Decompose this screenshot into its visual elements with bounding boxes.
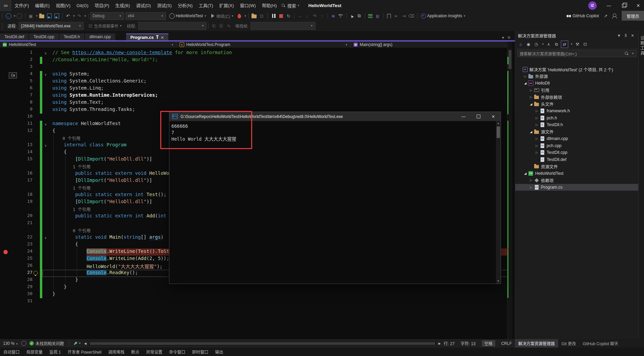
code-line[interactable]: 6using System.Linq; (0, 85, 512, 92)
step-out-button[interactable]: ↑ (319, 12, 326, 20)
close-icon[interactable]: ✕ (629, 33, 636, 38)
toolbar-drag-handle[interactable] (416, 13, 419, 19)
tool-window-tab[interactable]: 即时窗口 (189, 349, 212, 355)
chevron-down-icon[interactable]: ▼ (73, 15, 75, 18)
tree-item[interactable]: ◢头文件 (515, 101, 639, 108)
tree-item[interactable]: ◢++HelloDll (515, 80, 639, 87)
show-next-statement-button[interactable]: → (296, 12, 303, 20)
tool-window-tab[interactable]: 命令窗口 (166, 349, 189, 355)
lifecycle-events-button[interactable]: 生命周期事件 (94, 23, 118, 29)
document-tab[interactable]: TestDll.def (0, 33, 28, 40)
chevron-down-icon[interactable]: ▼ (231, 15, 234, 18)
toggle-bookmark-button[interactable] (386, 12, 392, 20)
document-tab[interactable]: Program.cs✕ (126, 33, 168, 41)
code-line[interactable]: 3 (0, 64, 512, 71)
panel-tab[interactable]: GitHub Copilot 聊天 (579, 339, 622, 348)
avatar[interactable]: IZ (588, 1, 597, 10)
save-button[interactable] (46, 12, 53, 20)
spell-check-button[interactable]: abc✓ (337, 12, 344, 20)
menu-item[interactable]: 分析(N) (175, 0, 196, 11)
chevron-down-icon[interactable]: ▼ (35, 15, 38, 18)
flag-threads-icon[interactable]: ⎘ (218, 22, 225, 30)
menu-item[interactable]: 帮助(H) (259, 0, 280, 11)
tree-item[interactable]: ▷hpch.h (515, 115, 639, 122)
expanded-arrow-icon[interactable]: ◢ (529, 130, 533, 134)
menu-item[interactable]: 调试(D) (133, 0, 154, 11)
editor-health-button[interactable]: ▼ (74, 341, 81, 345)
tool-window-tab[interactable]: 调用堆栈 (105, 349, 128, 355)
scroll-down-icon[interactable]: ▼ (496, 279, 501, 284)
chevron-down-icon[interactable]: ▼ (631, 52, 634, 55)
pin-icon[interactable]: ⊼ (622, 33, 629, 38)
eol-indicator[interactable]: CRLF (501, 341, 512, 346)
continue-button[interactable] (209, 12, 216, 20)
tree-item[interactable]: 资源文件 (515, 163, 639, 170)
application-insights-menu[interactable]: Application Insights (427, 14, 462, 18)
tool-window-tab[interactable]: 断点 (128, 349, 143, 355)
console-close-button[interactable]: ✕ (486, 112, 501, 121)
code-line[interactable]: 29 } (0, 284, 512, 291)
expanded-arrow-icon[interactable]: ◢ (529, 102, 533, 106)
menu-item[interactable]: 生成(B) (112, 0, 133, 11)
save-all-button[interactable] (53, 12, 60, 20)
process-select[interactable]: [26648] HelloWorldTest.exe▼ (19, 22, 84, 30)
diagnostics-button[interactable]: ≋ (330, 12, 337, 20)
feedback-icon[interactable] (21, 341, 26, 346)
code-line[interactable]: 1∨// See https://aka.ms/new-console-temp… (0, 50, 512, 57)
tool-window-tab[interactable]: 输出 (212, 349, 226, 355)
step-into-button[interactable]: ↓ (304, 12, 311, 20)
chevron-down-icon[interactable]: ▼ (542, 43, 544, 46)
chevron-down-icon[interactable]: ▼ (204, 15, 207, 18)
menu-item[interactable]: 项目(P) (92, 0, 112, 11)
menu-item[interactable]: 视图(V) (53, 0, 73, 11)
close-button[interactable]: ✕ (632, 0, 644, 11)
stackframe-select[interactable]: ▼ (251, 22, 315, 30)
undo-button[interactable]: ↶ (65, 12, 71, 20)
preview-selected-items-icon[interactable]: ⊡ (582, 41, 589, 48)
scrollbar-thumb[interactable] (497, 126, 500, 138)
toolbar-drag-handle[interactable] (267, 13, 269, 19)
redo-button[interactable]: ↷ (76, 12, 82, 20)
solution-explorer-search[interactable]: 搜索解决方案资源管理器(Ctrl+;) ▼ (517, 50, 637, 57)
code-line[interactable]: 5using System.Collections.Generic; (0, 78, 512, 85)
collapsed-arrow-icon[interactable]: ▷ (534, 109, 539, 113)
collapsed-arrow-icon[interactable]: ▷ (534, 116, 539, 120)
tree-item[interactable]: ◢C#HelloWorldTest (515, 170, 639, 177)
tool-window-tab[interactable]: 局部变量 (23, 349, 46, 355)
thread-select[interactable]: ▼ (138, 22, 207, 30)
tree-item[interactable]: ▷++dllmain.cpp (515, 135, 639, 142)
copilot-button[interactable]: GitHub Copilot (572, 14, 599, 18)
break-all-window-button[interactable]: ⊡ (258, 12, 265, 20)
find-in-files-button[interactable] (251, 12, 258, 20)
breakpoint-icon[interactable] (3, 250, 8, 254)
nav-member-dropdown[interactable]: M Main(string[] args)▼ (351, 42, 512, 48)
format-selection-button[interactable]: ⊵ (375, 12, 381, 20)
chevron-down-icon[interactable]: ▼ (616, 33, 622, 38)
tree-item[interactable]: ∞解决方案 'HelloWorldTest' (2 个项目, 共 2 个) (515, 66, 639, 73)
code-line[interactable]: 2//Console.WriteLine("Hello, World!"); (0, 57, 512, 64)
chevron-down-icon[interactable]: ▼ (244, 15, 247, 18)
tree-item[interactable]: ▷引用 (515, 87, 639, 94)
scroll-right-icon[interactable]: ▶ (438, 342, 441, 345)
expanded-arrow-icon[interactable]: ◢ (523, 172, 528, 175)
problems-status[interactable]: ✓未找到相关问题 (29, 340, 64, 346)
menu-item[interactable]: 测试(S) (154, 0, 174, 11)
maximize-button[interactable] (618, 0, 630, 11)
tree-item[interactable]: ▷++TestDll.cpp (515, 149, 639, 156)
scroll-up-icon[interactable]: ▲ (496, 121, 501, 126)
tree-item[interactable]: ▷依赖项 (515, 177, 639, 184)
admin-badge[interactable]: 管理员 (622, 11, 644, 21)
chevron-down-icon[interactable]: ▼ (84, 15, 87, 18)
sync-with-active-document-icon[interactable]: ⇄ (561, 41, 568, 48)
wrench-icon[interactable]: ⚒ (574, 41, 581, 48)
format-document-button[interactable] (367, 12, 374, 20)
properties-icon[interactable]: ⧉ (553, 41, 560, 48)
line-indicator[interactable]: 行: 27 (444, 340, 455, 346)
open-file-button[interactable] (39, 12, 45, 20)
tree-item[interactable]: ▷hTestDll.h (515, 121, 639, 128)
expanded-arrow-icon[interactable]: ◢ (523, 81, 528, 85)
nav-type-dropdown[interactable]: C HelloWorldTest.Program▼ (176, 42, 351, 48)
tree-item[interactable]: ▷外部依赖项 (515, 94, 639, 101)
editor-horizontal-scrollbar[interactable] (89, 341, 436, 346)
account-icon[interactable] (611, 12, 618, 20)
